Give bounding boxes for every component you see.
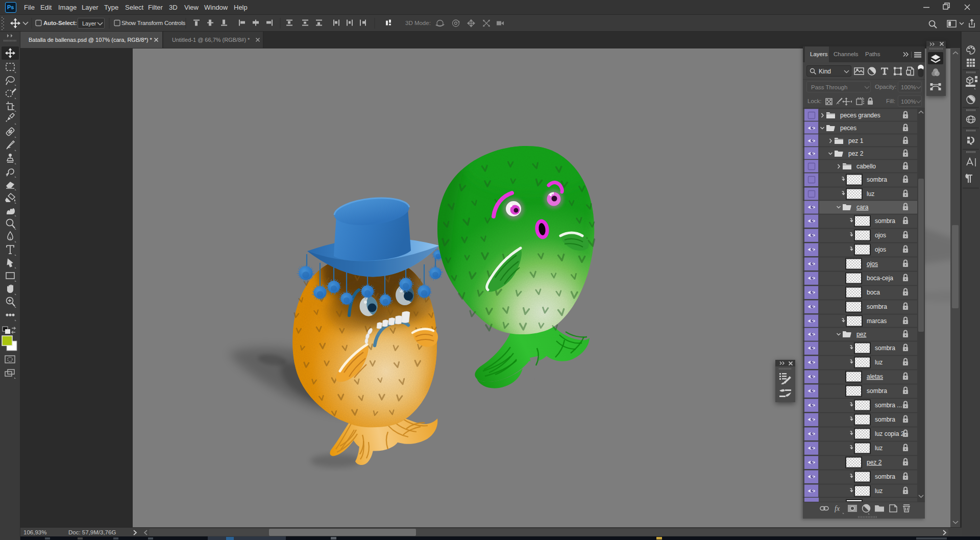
svg-text:fx: fx xyxy=(835,505,840,512)
svg-text:ojos: ojos xyxy=(875,246,886,253)
svg-text:pez 2: pez 2 xyxy=(867,459,882,466)
svg-text:luz: luz xyxy=(875,359,883,366)
svg-text:peces: peces xyxy=(840,125,856,132)
svg-text:pez 1: pez 1 xyxy=(848,137,864,144)
svg-text:boca-ceja: boca-ceja xyxy=(867,275,893,282)
svg-text:marcas: marcas xyxy=(867,317,887,325)
svg-text:aletas: aletas xyxy=(867,373,883,380)
svg-text:sombra: sombra xyxy=(875,416,895,423)
svg-text:sombra: sombra xyxy=(867,176,887,183)
svg-text:cara: cara xyxy=(856,204,869,211)
svg-text:cabello: cabello xyxy=(856,163,876,170)
svg-text:pez 2: pez 2 xyxy=(848,150,864,157)
svg-text:sombra: sombra xyxy=(875,473,895,480)
svg-text:luz: luz xyxy=(875,445,883,452)
svg-text:luz: luz xyxy=(875,487,883,495)
svg-text:sombra ...: sombra ... xyxy=(875,402,902,409)
svg-text:luz: luz xyxy=(867,190,874,198)
svg-text:boca: boca xyxy=(867,289,880,296)
svg-text:sombra: sombra xyxy=(875,217,895,225)
svg-text:sombra: sombra xyxy=(867,303,887,310)
svg-text:pez: pez xyxy=(856,331,866,338)
svg-text:ojos: ojos xyxy=(875,232,886,239)
svg-text:peces grandes: peces grandes xyxy=(840,112,880,119)
svg-text:sombra: sombra xyxy=(867,387,887,395)
svg-text:ojos: ojos xyxy=(867,260,878,267)
svg-text:sombra: sombra xyxy=(875,345,895,352)
svg-text:luz copia 2: luz copia 2 xyxy=(875,430,904,437)
